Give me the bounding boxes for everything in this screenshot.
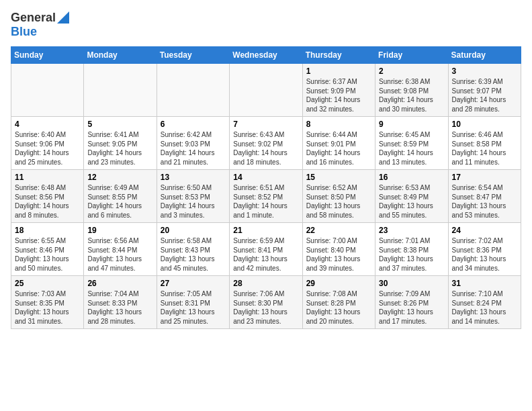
day-header-tuesday: Tuesday — [157, 47, 229, 64]
day-number: 24 — [452, 226, 517, 235]
day-number: 16 — [379, 173, 444, 182]
day-info: Sunrise: 7:06 AM Sunset: 8:30 PM Dayligh… — [233, 289, 298, 326]
calendar-cell: 24Sunrise: 7:02 AM Sunset: 8:36 PM Dayli… — [448, 223, 521, 276]
day-number: 12 — [87, 173, 152, 182]
calendar-cell: 8Sunrise: 6:44 AM Sunset: 9:01 PM Daylig… — [302, 117, 375, 170]
day-info: Sunrise: 7:08 AM Sunset: 8:28 PM Dayligh… — [306, 289, 371, 326]
day-number: 31 — [452, 279, 517, 288]
day-info: Sunrise: 6:49 AM Sunset: 8:55 PM Dayligh… — [87, 183, 152, 220]
day-number: 11 — [15, 173, 80, 182]
calendar-week-row: 18Sunrise: 6:55 AM Sunset: 8:46 PM Dayli… — [11, 223, 521, 276]
day-info: Sunrise: 6:51 AM Sunset: 8:52 PM Dayligh… — [233, 183, 298, 220]
day-number: 27 — [161, 279, 226, 288]
day-info: Sunrise: 7:05 AM Sunset: 8:31 PM Dayligh… — [161, 289, 226, 326]
logo-triangle-icon — [57, 11, 69, 24]
day-header-thursday: Thursday — [302, 47, 375, 64]
calendar-cell: 7Sunrise: 6:43 AM Sunset: 9:02 PM Daylig… — [230, 117, 302, 170]
day-number: 7 — [233, 120, 298, 129]
calendar-cell: 22Sunrise: 7:00 AM Sunset: 8:40 PM Dayli… — [302, 223, 375, 276]
calendar-week-row: 25Sunrise: 7:03 AM Sunset: 8:35 PM Dayli… — [11, 276, 521, 329]
calendar-cell: 10Sunrise: 6:46 AM Sunset: 8:58 PM Dayli… — [448, 117, 521, 170]
day-info: Sunrise: 6:55 AM Sunset: 8:46 PM Dayligh… — [15, 236, 80, 273]
day-number: 2 — [379, 66, 444, 76]
day-info: Sunrise: 6:59 AM Sunset: 8:41 PM Dayligh… — [233, 236, 298, 273]
day-info: Sunrise: 6:44 AM Sunset: 9:01 PM Dayligh… — [306, 130, 371, 167]
day-number: 29 — [306, 279, 371, 288]
day-info: Sunrise: 6:53 AM Sunset: 8:49 PM Dayligh… — [379, 183, 444, 220]
day-number: 21 — [233, 226, 298, 235]
calendar-cell: 19Sunrise: 6:56 AM Sunset: 8:44 PM Dayli… — [84, 223, 157, 276]
logo-text: General Blue — [11, 11, 69, 38]
day-info: Sunrise: 7:00 AM Sunset: 8:40 PM Dayligh… — [306, 236, 371, 273]
calendar-cell: 25Sunrise: 7:03 AM Sunset: 8:35 PM Dayli… — [11, 276, 84, 329]
day-header-wednesday: Wednesday — [230, 47, 302, 64]
svg-marker-0 — [57, 11, 69, 24]
day-number: 13 — [161, 173, 226, 182]
day-number: 14 — [233, 173, 298, 182]
day-number: 30 — [379, 279, 444, 288]
day-info: Sunrise: 7:01 AM Sunset: 8:38 PM Dayligh… — [379, 236, 444, 273]
day-number: 25 — [15, 279, 80, 288]
calendar-cell: 12Sunrise: 6:49 AM Sunset: 8:55 PM Dayli… — [84, 170, 157, 223]
day-info: Sunrise: 6:38 AM Sunset: 9:08 PM Dayligh… — [379, 77, 444, 113]
day-number: 8 — [306, 120, 371, 129]
calendar-cell: 29Sunrise: 7:08 AM Sunset: 8:28 PM Dayli… — [302, 276, 375, 329]
day-info: Sunrise: 6:46 AM Sunset: 8:58 PM Dayligh… — [452, 130, 517, 167]
calendar-week-row: 1Sunrise: 6:37 AM Sunset: 9:09 PM Daylig… — [11, 64, 521, 117]
day-info: Sunrise: 7:09 AM Sunset: 8:26 PM Dayligh… — [379, 289, 444, 326]
day-info: Sunrise: 6:43 AM Sunset: 9:02 PM Dayligh… — [233, 130, 298, 167]
day-number: 19 — [87, 226, 152, 235]
day-number: 15 — [306, 173, 371, 182]
calendar-cell: 31Sunrise: 7:10 AM Sunset: 8:24 PM Dayli… — [448, 276, 521, 329]
calendar-cell: 9Sunrise: 6:45 AM Sunset: 8:59 PM Daylig… — [375, 117, 448, 170]
calendar-week-row: 4Sunrise: 6:40 AM Sunset: 9:06 PM Daylig… — [11, 117, 521, 170]
calendar-cell: 14Sunrise: 6:51 AM Sunset: 8:52 PM Dayli… — [230, 170, 302, 223]
day-info: Sunrise: 7:03 AM Sunset: 8:35 PM Dayligh… — [15, 289, 80, 326]
day-info: Sunrise: 7:10 AM Sunset: 8:24 PM Dayligh… — [452, 289, 517, 326]
day-number: 28 — [233, 279, 298, 288]
calendar-cell: 17Sunrise: 6:54 AM Sunset: 8:47 PM Dayli… — [448, 170, 521, 223]
day-number: 6 — [161, 120, 226, 129]
day-info: Sunrise: 6:56 AM Sunset: 8:44 PM Dayligh… — [87, 236, 152, 273]
day-info: Sunrise: 7:02 AM Sunset: 8:36 PM Dayligh… — [452, 236, 517, 273]
day-info: Sunrise: 6:58 AM Sunset: 8:43 PM Dayligh… — [161, 236, 226, 273]
calendar-cell: 13Sunrise: 6:50 AM Sunset: 8:53 PM Dayli… — [157, 170, 229, 223]
calendar-week-row: 11Sunrise: 6:48 AM Sunset: 8:56 PM Dayli… — [11, 170, 521, 223]
calendar-cell — [230, 64, 302, 117]
calendar-cell: 20Sunrise: 6:58 AM Sunset: 8:43 PM Dayli… — [157, 223, 229, 276]
day-number: 26 — [87, 279, 152, 288]
calendar-cell: 2Sunrise: 6:38 AM Sunset: 9:08 PM Daylig… — [375, 64, 448, 117]
day-info: Sunrise: 6:37 AM Sunset: 9:09 PM Dayligh… — [306, 77, 371, 113]
calendar-cell: 1Sunrise: 6:37 AM Sunset: 9:09 PM Daylig… — [302, 64, 375, 117]
day-number: 10 — [452, 120, 517, 129]
day-info: Sunrise: 6:50 AM Sunset: 8:53 PM Dayligh… — [161, 183, 226, 220]
logo: General Blue — [11, 11, 69, 38]
day-number: 4 — [15, 120, 80, 129]
day-number: 9 — [379, 120, 444, 129]
calendar-cell: 16Sunrise: 6:53 AM Sunset: 8:49 PM Dayli… — [375, 170, 448, 223]
day-info: Sunrise: 7:04 AM Sunset: 8:33 PM Dayligh… — [87, 289, 152, 326]
page-header: General Blue — [11, 11, 521, 38]
logo-general: General — [11, 11, 56, 25]
day-info: Sunrise: 6:41 AM Sunset: 9:05 PM Dayligh… — [87, 130, 152, 167]
calendar-cell: 21Sunrise: 6:59 AM Sunset: 8:41 PM Dayli… — [230, 223, 302, 276]
day-number: 20 — [161, 226, 226, 235]
calendar-cell: 23Sunrise: 7:01 AM Sunset: 8:38 PM Dayli… — [375, 223, 448, 276]
day-info: Sunrise: 6:42 AM Sunset: 9:03 PM Dayligh… — [161, 130, 226, 167]
calendar-cell: 3Sunrise: 6:39 AM Sunset: 9:07 PM Daylig… — [448, 64, 521, 117]
calendar-cell — [157, 64, 229, 117]
calendar-header-row: SundayMondayTuesdayWednesdayThursdayFrid… — [11, 47, 521, 64]
calendar-cell: 27Sunrise: 7:05 AM Sunset: 8:31 PM Dayli… — [157, 276, 229, 329]
day-number: 23 — [379, 226, 444, 235]
calendar-cell: 28Sunrise: 7:06 AM Sunset: 8:30 PM Dayli… — [230, 276, 302, 329]
day-info: Sunrise: 6:48 AM Sunset: 8:56 PM Dayligh… — [15, 183, 80, 220]
day-info: Sunrise: 6:54 AM Sunset: 8:47 PM Dayligh… — [452, 183, 517, 220]
calendar-cell: 26Sunrise: 7:04 AM Sunset: 8:33 PM Dayli… — [84, 276, 157, 329]
day-number: 3 — [452, 66, 517, 76]
calendar-cell: 15Sunrise: 6:52 AM Sunset: 8:50 PM Dayli… — [302, 170, 375, 223]
day-header-sunday: Sunday — [11, 47, 84, 64]
calendar-cell: 6Sunrise: 6:42 AM Sunset: 9:03 PM Daylig… — [157, 117, 229, 170]
day-header-friday: Friday — [375, 47, 448, 64]
calendar-cell: 18Sunrise: 6:55 AM Sunset: 8:46 PM Dayli… — [11, 223, 84, 276]
day-info: Sunrise: 6:40 AM Sunset: 9:06 PM Dayligh… — [15, 130, 80, 167]
